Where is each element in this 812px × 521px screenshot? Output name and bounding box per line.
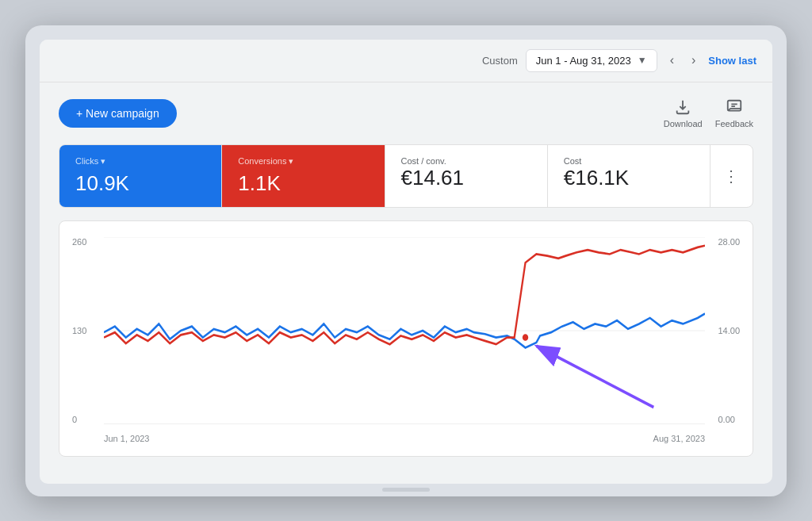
stat-cost-value: €16.1K [564,166,694,190]
stat-cost-conv-label: Cost / conv. [401,156,531,166]
y-left-top: 260 [72,237,86,247]
stat-cost-per-conv[interactable]: Cost / conv. €14.61 [385,145,548,207]
x-labels: Jun 1, 2023 Aug 31, 2023 [104,434,705,443]
y-left-bot: 0 [72,415,86,424]
stats-row: Clicks ▾ 10.9K Conversions ▾ 1.1K Cost /… [59,144,753,208]
y-axis-left: 260 130 0 [72,237,86,443]
date-prev-button[interactable]: ‹ [665,50,679,71]
stat-clicks-label: Clicks ▾ [75,156,205,167]
laptop-frame: Custom Jun 1 - Aug 31, 2023 ▼ ‹ › Show l… [25,25,787,496]
arrow-svg [104,237,705,424]
x-label-start: Jun 1, 2023 [104,434,150,443]
stat-cost-label: Cost [564,156,694,166]
top-bar: Custom Jun 1 - Aug 31, 2023 ▼ ‹ › Show l… [40,40,772,82]
main-content: + New campaign Download [40,82,772,476]
laptop-base [40,484,772,496]
action-buttons: Download Feedback [664,98,753,128]
svg-line-7 [536,346,653,407]
y-right-bot: 0.00 [718,415,740,424]
feedback-button[interactable]: Feedback [715,98,753,128]
date-range-dropdown[interactable]: Jun 1 - Aug 31, 2023 ▼ [526,49,657,72]
chart-svg-area [104,237,705,424]
stat-clicks[interactable]: Clicks ▾ 10.9K [59,145,222,207]
download-button[interactable]: Download [664,98,703,128]
stat-cost[interactable]: Cost €16.1K [548,145,710,207]
y-axis-right: 28.00 14.00 0.00 [718,237,740,443]
chart-container: 260 130 0 28.00 14.00 0.00 [59,220,753,457]
date-next-button[interactable]: › [687,50,700,71]
stat-cost-conv-value: €14.61 [401,166,531,190]
download-label: Download [664,119,703,128]
more-options-cell: ⋮ [710,145,753,207]
dropdown-arrow-icon: ▼ [638,55,647,66]
date-range-value: Jun 1 - Aug 31, 2023 [536,55,631,67]
screen: Custom Jun 1 - Aug 31, 2023 ▼ ‹ › Show l… [40,40,772,484]
stat-conversions[interactable]: Conversions ▾ 1.1K [222,145,385,207]
download-icon [674,98,691,116]
y-left-mid: 130 [72,326,86,335]
show-last-button[interactable]: Show last [708,55,756,67]
stat-conversions-label: Conversions ▾ [238,156,368,167]
custom-label: Custom [482,55,518,67]
feedback-icon [726,98,743,116]
feedback-label: Feedback [715,119,753,128]
more-options-button[interactable]: ⋮ [723,167,740,186]
stat-conversions-value: 1.1K [238,171,368,196]
y-right-top: 28.00 [718,237,740,247]
new-campaign-button[interactable]: + New campaign [59,99,177,128]
chart-wrap: 260 130 0 28.00 14.00 0.00 [72,237,740,443]
y-right-mid: 14.00 [718,326,740,335]
x-label-end: Aug 31, 2023 [653,434,705,443]
toolbar-row: + New campaign Download [59,98,753,128]
laptop-notch [382,488,430,492]
stat-clicks-value: 10.9K [75,171,205,196]
